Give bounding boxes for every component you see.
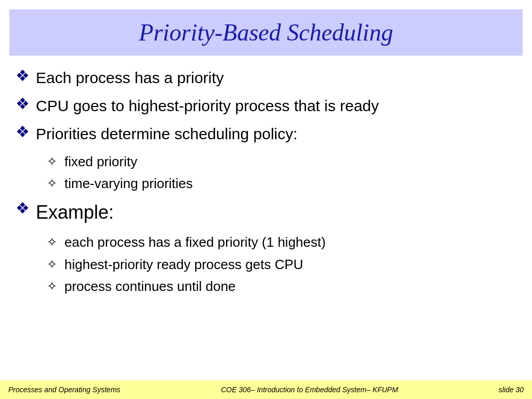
sub-text-4-1: each process has a fixed priority (1 hig… xyxy=(64,233,326,251)
footer: Processes and Operating Systems COE 306–… xyxy=(0,380,532,399)
slide: Priority-Based Scheduling ❖ Each process… xyxy=(0,0,532,399)
bullet-item-4: ❖ Example: xyxy=(16,200,516,225)
sub-list-3: ✧ fixed priority ✧ time-varying prioriti… xyxy=(47,152,516,195)
bullet-text-4: Example: xyxy=(36,200,114,225)
slide-title: Priority-Based Scheduling xyxy=(20,19,512,46)
sub-item-4-3: ✧ process continues until done xyxy=(47,277,516,296)
title-bar: Priority-Based Scheduling xyxy=(9,9,523,56)
open-diamond-4-1: ✧ xyxy=(47,233,57,251)
open-diamond-3-2: ✧ xyxy=(47,175,57,192)
bullet-item-3: ❖ Priorities determine scheduling policy… xyxy=(16,123,516,145)
diamond-bullet-3: ❖ xyxy=(16,121,30,143)
open-diamond-4-2: ✧ xyxy=(47,256,57,273)
bullet-text-2: CPU goes to highest-priority process tha… xyxy=(36,95,379,117)
sub-item-3-2: ✧ time-varying priorities xyxy=(47,174,516,193)
sub-item-4-1: ✧ each process has a fixed priority (1 h… xyxy=(47,233,516,251)
diamond-bullet-2: ❖ xyxy=(16,93,30,115)
sub-text-3-2: time-varying priorities xyxy=(64,174,193,193)
bullet-item-1: ❖ Each process has a priority xyxy=(16,67,516,89)
sub-item-4-2: ✧ highest-priority ready process gets CP… xyxy=(47,255,516,274)
sub-list-4: ✧ each process has a fixed priority (1 h… xyxy=(47,233,516,298)
footer-right: slide 30 xyxy=(499,385,524,394)
diamond-bullet-1: ❖ xyxy=(16,65,30,87)
sub-text-3-1: fixed priority xyxy=(64,152,137,171)
open-diamond-4-3: ✧ xyxy=(47,277,57,295)
diamond-bullet-4: ❖ xyxy=(16,197,30,219)
open-diamond-3-1: ✧ xyxy=(47,153,57,170)
footer-left: Processes and Operating Systems xyxy=(8,385,121,394)
sub-item-3-1: ✧ fixed priority xyxy=(47,152,516,171)
sub-text-4-3: process continues until done xyxy=(64,277,236,296)
footer-center: COE 306– Introduction to Embedded System… xyxy=(221,385,398,394)
bullet-item-2: ❖ CPU goes to highest-priority process t… xyxy=(16,95,516,117)
bullet-text-1: Each process has a priority xyxy=(36,67,224,89)
slide-content: ❖ Each process has a priority ❖ CPU goes… xyxy=(0,56,532,380)
bullet-text-3: Priorities determine scheduling policy: xyxy=(36,123,298,145)
sub-text-4-2: highest-priority ready process gets CPU xyxy=(64,255,303,274)
